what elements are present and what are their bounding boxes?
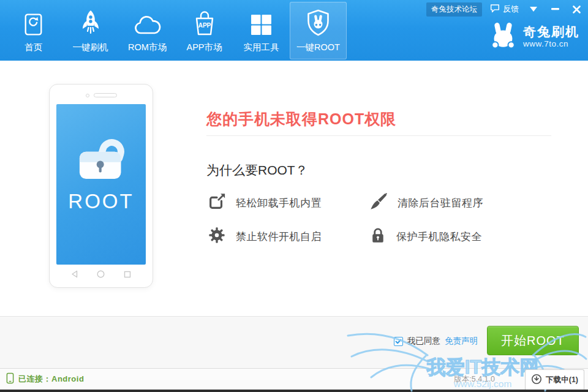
feature-label: 禁止软件开机自启 [236, 230, 322, 244]
tab-app-market[interactable]: APP APP市场 [176, 2, 233, 59]
action-bar: 我已同意 免责声明 开始ROOT [0, 316, 588, 368]
tab-label: ROM市场 [128, 42, 167, 53]
download-icon [531, 374, 542, 386]
tab-rom-market[interactable]: ROM市场 [119, 2, 176, 59]
agree-checkbox[interactable] [394, 337, 403, 346]
chat-bubble-icon [490, 4, 500, 15]
feature-item: 清除后台驻留程序 [369, 192, 531, 213]
feature-item: 保护手机隐私安全 [369, 226, 531, 247]
tab-home[interactable]: 首页 [5, 2, 62, 59]
back-icon [71, 270, 78, 281]
feature-label: 保护手机隐私安全 [396, 230, 482, 244]
agreement-row: 我已同意 免责声明 [394, 336, 478, 347]
brand-logo: 奇兔刷机 www.7to.cn [489, 22, 579, 51]
download-manager-button[interactable]: 下载中(1) [525, 369, 584, 390]
close-button[interactable] [570, 3, 583, 15]
feedback-button[interactable]: 反馈 [490, 4, 519, 15]
rocket-icon [78, 8, 103, 36]
tab-label: 首页 [24, 42, 42, 53]
feature-list: 轻松卸载手机内置 清除后台驻留程序 [208, 192, 531, 247]
feature-item: 轻松卸载手机内置 [208, 192, 369, 213]
uninstall-icon [208, 192, 226, 213]
home-circle-icon [97, 270, 105, 281]
why-root-heading: 为什么要ROOT？ [206, 162, 308, 179]
connected-phone-icon [6, 372, 14, 386]
phone-screen: ROOT [56, 104, 146, 265]
tab-label: APP市场 [186, 42, 222, 53]
connection-status: 已连接：Android [6, 369, 84, 390]
agree-label: 我已同意 [407, 336, 440, 347]
brand-site: www.7to.cn [523, 39, 579, 48]
main-content: ROOT 您的手机未 [0, 61, 588, 316]
phone-refresh-icon [24, 8, 43, 36]
download-text: 下载中(1) [546, 375, 578, 385]
tab-label: 一键刷机 [73, 42, 108, 53]
start-root-button[interactable]: 开始ROOT [487, 326, 579, 355]
feature-label: 轻松卸载手机内置 [236, 196, 322, 210]
phone-illustration: ROOT [49, 84, 153, 288]
minimize-button[interactable] [548, 3, 562, 15]
forum-button[interactable]: 奇兔技术论坛 [426, 2, 482, 17]
android-nav-buttons [50, 270, 153, 281]
app-bag-icon: APP [192, 8, 217, 36]
dropdown-arrow-button[interactable] [527, 3, 540, 15]
unlock-icon [73, 131, 129, 181]
brand-name: 奇兔刷机 [523, 24, 579, 39]
feature-label: 清除后台驻留程序 [398, 196, 483, 210]
status-bar: 已连接：Android 版本:5.4.1.0 下载中(1) [0, 368, 588, 390]
phone-speaker [50, 93, 153, 97]
page-title: 您的手机未取得ROOT权限 [206, 109, 396, 129]
feedback-label: 反馈 [503, 4, 519, 15]
recent-square-icon [124, 270, 131, 281]
tab-label: 实用工具 [244, 42, 279, 53]
broom-icon [369, 192, 388, 213]
window-bottom-edge [0, 390, 588, 392]
app-badge-text: APP [198, 22, 211, 29]
disclaimer-link[interactable]: 免责声明 [445, 336, 478, 347]
connection-text: 已连接：Android [18, 374, 84, 385]
tab-label: 一键ROOT [296, 42, 340, 53]
feature-item: 禁止软件开机自启 [208, 226, 369, 247]
version-label: 版本:5.4.1.0 [454, 374, 495, 385]
tools-grid-icon [250, 8, 273, 36]
screen-root-label: ROOT [68, 190, 134, 213]
cloud-icon [134, 8, 162, 36]
shield-rabbit-icon [306, 8, 331, 36]
padlock-icon [369, 226, 386, 247]
gear-icon [208, 226, 226, 247]
tab-one-key-flash[interactable]: 一键刷机 [62, 2, 119, 59]
tab-one-key-root[interactable]: 一键ROOT [290, 2, 347, 59]
app-window: 首页 一键刷机 [0, 0, 588, 392]
title-divider [206, 135, 551, 136]
header: 首页 一键刷机 [0, 0, 588, 61]
titlebar: 奇兔技术论坛 反馈 [426, 2, 583, 16]
rabbit-mascot-icon [489, 22, 518, 51]
main-nav: 首页 一键刷机 [5, 2, 347, 59]
tab-tools[interactable]: 实用工具 [233, 2, 290, 59]
